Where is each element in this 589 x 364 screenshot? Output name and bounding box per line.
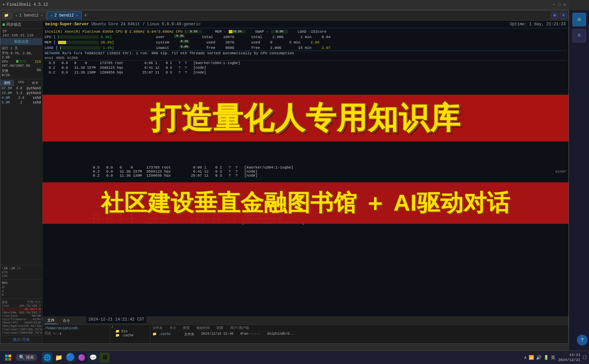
banner-subtitle: 社区建设垂直金融图书馆 ＋ AI驱动对话 (53, 188, 558, 218)
sidebar-tab-cpu[interactable]: CPU (14, 80, 28, 86)
taskbar-app-finalshell[interactable]: 🖥 (100, 353, 110, 363)
titlebar-left: ● FinalShell 4.5.12 (3, 2, 48, 7)
minimize-btn[interactable]: ─ (553, 2, 556, 7)
tray-icon-1: ∧ (524, 355, 527, 360)
help-btn[interactable]: ? (577, 335, 588, 345)
taskbar-apps: 🌐 📁 🔵 🟣 💬 🖥 (42, 353, 110, 363)
proc-row-5: 0.2 0.0 31.3G 157M 3586123 hqx 6:41 12 0… (86, 170, 568, 174)
layout-btn[interactable]: ⊞ (551, 12, 558, 19)
tab-2-close[interactable]: ✕ (76, 13, 78, 18)
notifications-btn[interactable]: □ (583, 355, 586, 361)
app-icon: ● (3, 3, 5, 6)
file-tab-cmd[interactable]: 命令 (60, 317, 73, 324)
close-btn[interactable]: ✕ (563, 2, 566, 7)
right-panel-btn-1[interactable]: ⊞ (572, 13, 586, 26)
tray-wifi[interactable]: 📶 (529, 355, 534, 360)
banner-top: 打造量化人专用知识库 (43, 95, 568, 142)
system-info-title: 系统信息 (0, 38, 42, 45)
tray-battery[interactable]: 🔋 (543, 355, 549, 360)
taskbar-app-1[interactable]: 🔵 (65, 353, 75, 363)
new-tab-btn[interactable]: + (82, 12, 89, 19)
file-path-bar: /home/dolphindb 历史 ↻↑↓▲ (43, 325, 110, 343)
network-row: NETWORK Rx/s Tx/s TASKS1627 (15023 thr).… (43, 51, 568, 56)
proc-row-4: 0.5 0.0 0 0 173765 root 0:06 1 0 I ? ? [… (86, 165, 568, 170)
svg-rect-0 (5, 355, 8, 357)
file-list-header: 文件名 大小 类型 修改时间 权限 用户/用户组 (150, 325, 568, 331)
tray-icons: ∧ 📶 🔊 🔋 英 (524, 355, 556, 361)
tab-bar: 📁 ● 1 bendi2 ✕ ● 2 bendi2 ✕ + ⊞ ≡ (0, 10, 568, 21)
banner-bottom: 社区建设垂直金融图书馆 ＋ AI驱动对话 (43, 182, 568, 224)
app-title: FinalShell 4.5.12 (7, 2, 48, 7)
maximize-btn[interactable]: □ (558, 2, 561, 7)
file-tab-files[interactable]: 文件 (45, 317, 57, 324)
taskbar-clock[interactable]: 14:21 2024/12/21 (558, 353, 580, 362)
file-list-row-1[interactable]: 📁 .cache 文件夹 2024/12/16 21:46 drwx------… (150, 331, 568, 337)
taskbar-app-3[interactable]: 💬 (88, 353, 98, 363)
sidebar-stats: 运行 1 天 平均 0.70, 2.09, 2.08 CPU 21% 207.4… (0, 45, 42, 78)
file-tree: / 📁 bin 📁 .cache (110, 325, 150, 343)
file-content: /home/dolphindb 历史 ↻↑↓▲ / 📁 bin 📁 .cache (43, 325, 568, 343)
sync-dot (2, 23, 5, 26)
taskbar-right: ∧ 📶 🔊 🔋 英 14:21 2024/12/21 □ (524, 353, 586, 362)
terminal[interactable]: being-Super-Server Ubuntu Core 24 64bit … (43, 21, 568, 343)
sidebar-bottom: 激活/升级 (0, 335, 42, 343)
proc-row-2: 0.2 0.0 31.3G 157M 3586123 hqx 6:41 12 0… (43, 65, 568, 70)
sidebar-delay: 0ms 本 0 0 (0, 280, 42, 298)
timestamp: 2024-12-21 14:21:42 CST (86, 316, 146, 323)
search-icon: 🔍 (19, 355, 25, 360)
tray-lang[interactable]: 英 (551, 355, 555, 361)
sync-status: 同步状态 (0, 21, 42, 29)
sidebar-tab-cmd[interactable]: 命令 (28, 80, 42, 86)
sidebar-net-header: ↑1K ↓1K lo 47K 23K (0, 266, 42, 279)
tab-2[interactable]: ● 2 bendi2 ✕ (47, 11, 81, 20)
sidebar: 同步状态 IP 192.168.31.116 系统信息 运行 1 天 平均 0.… (0, 21, 43, 343)
network-iface: eno1 40Kb 412Kb (43, 56, 568, 60)
svg-rect-2 (5, 358, 8, 361)
tab-1-close[interactable]: ✕ (40, 13, 43, 18)
proc-row-3: 0.2 0.0 11.3G 130M 1299656 hqx 25:07 11 … (43, 70, 568, 75)
svg-rect-3 (8, 358, 11, 361)
menu-btn[interactable]: ≡ (560, 12, 567, 19)
tab-1[interactable]: ● 1 bendi2 ✕ (12, 11, 46, 20)
term-header: being-Super-Server Ubuntu Core 24 64bit … (43, 21, 568, 28)
window-controls: ─ □ ✕ (553, 2, 566, 7)
right-panel: ⊞ ≡ (569, 10, 589, 351)
sidebar-disk: 磁盘 可用/大小 /run 100.7G/100.7 / 46.4G/1.8 /… (0, 299, 42, 335)
activate-btn[interactable]: 激活/升级 (0, 336, 42, 343)
right-panel-btn-2[interactable]: ≡ (572, 29, 586, 42)
taskbar: 🔍 搜索 🌐 📁 🔵 🟣 💬 🖥 ∧ 📶 🔊 🔋 英 14:21 2024/12… (0, 351, 589, 364)
start-button[interactable] (3, 352, 13, 363)
taskbar-search[interactable]: 🔍 搜索 (16, 354, 37, 361)
banner-title: 打造量化人专用知识库 (53, 101, 558, 135)
stats-block: Intel(R) Xeon(R) Platinum 8365A CPU @ 2.… (43, 28, 568, 51)
taskbar-app-2[interactable]: 🟣 (77, 353, 87, 363)
proc-area-2: 0.5 0.0 0 0 173765 root 0:06 1 0 I ? ? [… (86, 165, 568, 178)
ip-display: IP 192.168.31.116 (0, 29, 42, 38)
proc-row-6: 0.2 0.0 11.3G 130M 1299656 hqx 25:07 11 … (86, 174, 568, 178)
tray-volume[interactable]: 🔊 (536, 355, 541, 360)
proc-row-1: 0.5 0.0 0 0 173765 root 0:06 1 0 I ? ? [… (43, 61, 568, 65)
proc-area: 0.5 0.0 0 0 173765 root 0:06 1 0 I ? ? [… (43, 61, 568, 75)
folder-btn[interactable]: 📁 (2, 12, 11, 19)
taskbar-app-browser[interactable]: 🌐 (42, 353, 52, 363)
svg-rect-1 (8, 355, 11, 357)
sidebar-process-list: 67.5M 6.6 python3 23.8M 3.3 python3 4.8M… (0, 86, 42, 264)
file-list: 文件名 大小 类型 修改时间 权限 用户/用户组 📁 .cache 文件夹 (150, 325, 568, 343)
sidebar-tab-process[interactable]: 进程 (0, 80, 14, 86)
taskbar-app-files[interactable]: 📁 (54, 353, 64, 363)
